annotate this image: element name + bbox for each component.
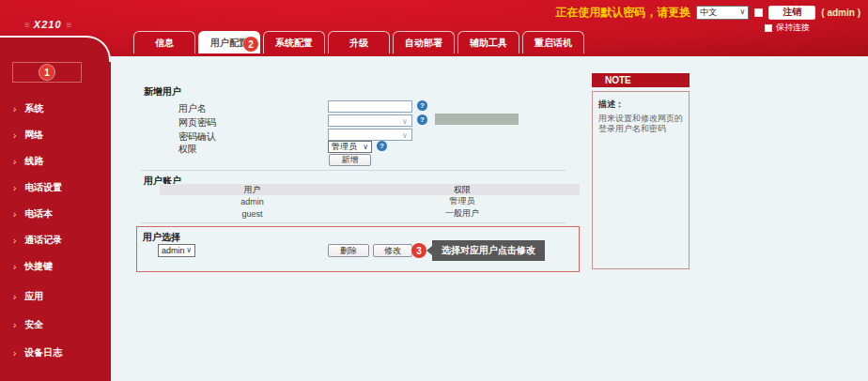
help-icon[interactable]: ? [417,100,427,111]
note-desc-label: 描述： [598,99,683,111]
chevron-down-icon: ∨ [363,145,368,150]
sidebar-item-security[interactable]: › 安全 [0,312,111,338]
confirm-password-label: 密码确认 [178,130,216,144]
logout-button-label: 注销 [783,6,801,19]
language-select-value: 中文 [700,7,717,19]
tab-info[interactable]: 信息 [133,31,195,53]
password-reveal-icon[interactable]: ∨ [402,132,408,140]
username-input[interactable] [328,100,412,113]
user-accounts-table: 用户 权限 admin 管理员 guest 一般用户 [160,184,580,220]
topbar-controls: 正在使用默认密码，请更换 中文 ∨ 注销 ( admin ) [555,5,860,20]
username-label: 用户名 [178,102,207,115]
column-header-privilege: 权限 [345,184,580,195]
help-icon[interactable]: ? [377,141,387,151]
sidebar-item-device-log[interactable]: › 设备日志 [0,340,111,366]
keep-online-row: 保持连接 [765,22,810,34]
web-password-input[interactable] [328,114,412,127]
tab-upgrade[interactable]: 升级 [328,31,390,53]
device-logo: ≡ X210 ≡ [24,19,70,30]
default-password-warning: 正在使用默认密码，请更换 [555,5,690,21]
sidebar: › 系统 › 网络 › 线路 › 电话设置 › 电话本 › 通话记录 › 快捷键… [0,36,111,381]
chevron-right-icon: › [13,183,16,193]
password-strength-bar [435,114,519,125]
logo-speedline-right-icon: ≡ [67,20,71,30]
chevron-down-icon: ∨ [186,248,192,253]
sidebar-menu: › 系统 › 网络 › 线路 › 电话设置 › 电话本 › 通话记录 › 快捷键… [0,96,111,366]
logout-button[interactable]: 注销 [768,6,815,20]
help-icon[interactable]: ? [417,114,427,125]
user-select-section-title: 用户选择 [143,231,180,244]
chevron-right-icon: › [13,157,16,167]
annotation-tooltip: 选择对应用户点击修改 [432,240,545,261]
modify-user-button[interactable]: 修改 [373,244,412,257]
tab-reboot[interactable]: 重启话机 [522,31,584,53]
language-select[interactable]: 中文 ∨ [696,6,749,20]
privilege-select-value: 管理员 [332,141,357,153]
table-row: admin 管理员 [160,195,580,207]
password-reveal-icon[interactable]: ∨ [402,118,408,126]
annotation-step-3-badge: 3 [411,243,426,258]
chevron-right-icon: › [13,130,16,141]
note-desc-text: 用来设置和修改网页的登录用户名和密码 [598,114,683,134]
sidebar-item-phone-settings[interactable]: › 电话设置 [0,175,111,201]
column-header-user: 用户 [160,184,345,195]
table-header-row: 用户 权限 [160,184,580,195]
logged-in-user: ( admin ) [821,8,860,18]
add-user-section-title: 新增用户 [144,85,181,99]
note-panel: 描述： 用来设置和修改网页的登录用户名和密码 [592,91,690,269]
chevron-right-icon: › [13,292,16,302]
privilege-select[interactable]: 管理员 ∨ [328,141,372,153]
privilege-label: 权限 [178,143,197,156]
tab-bar: 信息 用户配置 系统配置 升级 自动部署 辅助工具 重启话机 [133,31,584,53]
logo-text: X210 [34,19,62,30]
chevron-down-icon: ∨ [739,9,745,15]
section-divider [141,170,566,171]
table-row: guest 一般用户 [160,207,580,220]
confirm-password-input[interactable] [328,129,412,141]
add-user-button[interactable]: 新增 [329,154,371,166]
tab-tools[interactable]: 辅助工具 [457,31,519,53]
tab-user-config[interactable]: 用户配置 [198,31,260,53]
tab-system-config[interactable]: 系统配置 [263,31,325,53]
tab-auto-provision[interactable]: 自动部署 [393,31,455,53]
keep-online-label: 保持连接 [776,22,810,34]
web-password-label: 网页密码 [178,116,216,130]
sidebar-item-phonebook[interactable]: › 电话本 [0,201,111,227]
chevron-right-icon: › [13,104,16,114]
sidebar-item-call-log[interactable]: › 通话记录 [0,227,111,253]
sidebar-item-function-key[interactable]: › 快捷键 [0,253,111,280]
chevron-right-icon: › [13,236,16,246]
note-panel-header: NOTE [592,73,690,87]
keep-online-checkbox[interactable] [765,24,772,32]
user-select-value: admin [162,246,185,255]
sidebar-item-system[interactable]: › 系统 [0,96,111,122]
sidebar-item-line[interactable]: › 线路 [0,148,111,175]
sidebar-item-application[interactable]: › 应用 [0,283,111,310]
section-divider [141,222,566,223]
chevron-right-icon: › [13,348,16,358]
chevron-right-icon: › [13,262,16,272]
sidebar-item-network[interactable]: › 网络 [0,122,111,148]
topbar-checkbox[interactable] [754,8,763,17]
chevron-right-icon: › [13,209,16,220]
delete-user-button[interactable]: 删除 [328,244,369,257]
user-select-dropdown[interactable]: admin ∨ [158,244,195,257]
logo-speedline-left-icon: ≡ [24,20,29,30]
chevron-right-icon: › [13,320,16,330]
